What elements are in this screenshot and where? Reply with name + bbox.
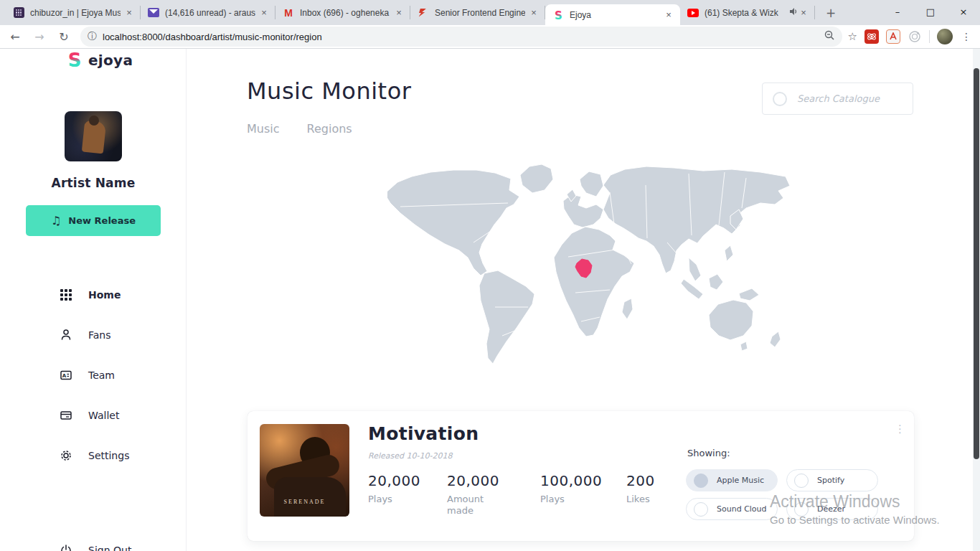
search-input[interactable] xyxy=(797,93,919,104)
page-title: Music Monitor xyxy=(247,77,411,105)
toolbar-right: ☆ ⋮ xyxy=(848,29,980,44)
radio-circle-icon[interactable] xyxy=(694,502,708,517)
new-release-button[interactable]: ♫ New Release xyxy=(26,205,161,236)
tab-music[interactable]: Music xyxy=(247,122,280,136)
search-catalogue-box[interactable] xyxy=(762,83,913,115)
tab-youtube[interactable]: (61) Skepta & Wizk × xyxy=(680,0,815,25)
radio-circle-icon[interactable] xyxy=(794,474,809,488)
tab-gmail[interactable]: M Inbox (696) - ogheneka × xyxy=(275,0,410,25)
scrollbar-thumb[interactable] xyxy=(974,68,979,459)
region-scandinavia xyxy=(580,171,603,197)
platform-pill-sound-cloud[interactable]: Sound Cloud xyxy=(686,498,778,520)
lightning-favicon xyxy=(418,7,429,19)
sidebar: S ejoya Artist Name ♫ New Release Home F… xyxy=(0,49,187,551)
tab-instagram[interactable]: chibuzor_in | Ejoya Mus × xyxy=(6,0,141,25)
sidebar-item-settings[interactable]: Settings xyxy=(0,447,187,464)
tab-job-listing[interactable]: Senior Frontend Engine × xyxy=(410,0,545,25)
platform-pill-spotify[interactable]: Spotify xyxy=(786,469,878,491)
url-text[interactable]: localhost:8000/dashboard/artist/music-mo… xyxy=(103,32,824,42)
platform-label: Spotify xyxy=(817,476,844,485)
profile-avatar[interactable] xyxy=(937,29,953,44)
wallet-card-icon xyxy=(60,409,72,422)
world-map[interactable] xyxy=(387,164,807,369)
browser-tab-bar: chibuzor_in | Ejoya Mus × (14,616 unread… xyxy=(0,0,980,25)
region-malay xyxy=(689,258,701,281)
stat-value: 20,000 xyxy=(368,472,420,489)
svg-text:A: A xyxy=(62,373,67,379)
region-tasmania xyxy=(740,342,748,351)
audio-playing-icon[interactable] xyxy=(789,7,798,18)
stat-value: 100,000 xyxy=(540,472,602,489)
sidebar-item-home[interactable]: Home xyxy=(0,286,187,303)
minimize-button[interactable]: – xyxy=(881,0,914,24)
tab-close-icon[interactable]: × xyxy=(123,7,135,19)
tab-regions[interactable]: Regions xyxy=(307,122,352,136)
forward-icon[interactable]: → xyxy=(30,27,49,46)
sidebar-item-label: Fans xyxy=(88,329,111,341)
stat-plays: 20,000 Plays xyxy=(368,472,420,505)
region-borneo xyxy=(709,274,723,290)
close-button[interactable]: × xyxy=(947,0,980,24)
region-south-america xyxy=(479,270,534,364)
platform-label: Apple Music xyxy=(717,476,764,485)
region-africa xyxy=(554,227,634,336)
site-info-icon[interactable]: ⓘ xyxy=(88,30,97,43)
stat-label: Plays xyxy=(368,494,413,505)
new-tab-button[interactable]: + xyxy=(821,3,841,23)
region-greenland xyxy=(520,164,553,193)
radio-circle-icon[interactable] xyxy=(694,474,708,488)
platform-pill-deezer[interactable]: Deezer xyxy=(786,498,878,520)
brand[interactable]: S ejoya xyxy=(67,50,133,70)
tab-close-icon[interactable]: × xyxy=(393,7,405,19)
tab-ejoya-active[interactable]: S Ejoya × xyxy=(545,4,680,25)
tab-title: chibuzor_in | Ejoya Mus xyxy=(30,8,121,18)
artist-photo xyxy=(65,111,122,161)
sidebar-item-label: Home xyxy=(88,289,121,301)
page-zoom-icon[interactable] xyxy=(824,30,835,44)
page-scrollbar[interactable] xyxy=(973,49,980,551)
ejoya-favicon: S xyxy=(552,9,564,21)
region-north-america xyxy=(387,170,519,276)
maximize-button[interactable]: □ xyxy=(914,0,947,24)
gmail-favicon: M xyxy=(283,7,294,19)
ejoya-logo-icon: S xyxy=(67,50,83,70)
sidebar-item-team[interactable]: A Team xyxy=(0,367,187,384)
stat-amount-made: 20,000 Amount made xyxy=(447,472,499,517)
back-icon[interactable]: ← xyxy=(6,27,24,46)
stat-plays-total: 100,000 Plays xyxy=(540,472,602,505)
tab-title: (14,616 unread) - araus xyxy=(165,8,255,18)
showing-label: Showing: xyxy=(687,448,730,458)
new-release-label: New Release xyxy=(68,215,136,226)
tab-close-icon[interactable]: × xyxy=(258,7,270,19)
toolbar-divider xyxy=(929,30,930,43)
sidebar-item-fans[interactable]: Fans xyxy=(0,326,187,344)
region-europe xyxy=(563,194,603,227)
reload-icon[interactable]: ↻ xyxy=(55,27,73,46)
grid-favicon xyxy=(13,7,24,19)
platform-pill-apple-music[interactable]: Apple Music xyxy=(686,469,778,491)
extension-pdf-icon[interactable] xyxy=(886,29,900,44)
tab-close-icon[interactable]: × xyxy=(798,7,809,19)
extension-ring-icon[interactable] xyxy=(908,29,922,44)
sign-out-button[interactable]: Sign Out xyxy=(0,542,187,551)
radio-circle-icon[interactable] xyxy=(794,502,809,517)
address-bar[interactable]: ⓘ localhost:8000/dashboard/artist/music-… xyxy=(80,27,842,47)
mail-favicon xyxy=(148,7,159,19)
region-sumatra-java xyxy=(681,279,703,299)
card-menu-icon[interactable]: ⋮ xyxy=(892,423,908,436)
browser-menu-icon[interactable]: ⋮ xyxy=(960,31,973,42)
tab-yahoo-mail[interactable]: (14,616 unread) - araus × xyxy=(141,0,275,25)
sidebar-item-wallet[interactable]: Wallet xyxy=(0,407,187,424)
stat-value: 200 xyxy=(626,472,655,489)
platform-label: Sound Cloud xyxy=(717,504,767,514)
section-tabs: Music Regions xyxy=(247,122,352,136)
extension-atom-icon[interactable] xyxy=(864,29,879,44)
region-philippines xyxy=(725,245,733,261)
tab-close-icon[interactable]: × xyxy=(528,7,540,19)
svg-text:S: S xyxy=(68,50,82,70)
bookmark-star-icon[interactable]: ☆ xyxy=(848,30,857,43)
tab-close-icon[interactable]: × xyxy=(663,9,674,21)
person-icon xyxy=(60,329,72,342)
region-new-guinea xyxy=(739,288,759,301)
album-art: SERENADE xyxy=(260,424,349,517)
